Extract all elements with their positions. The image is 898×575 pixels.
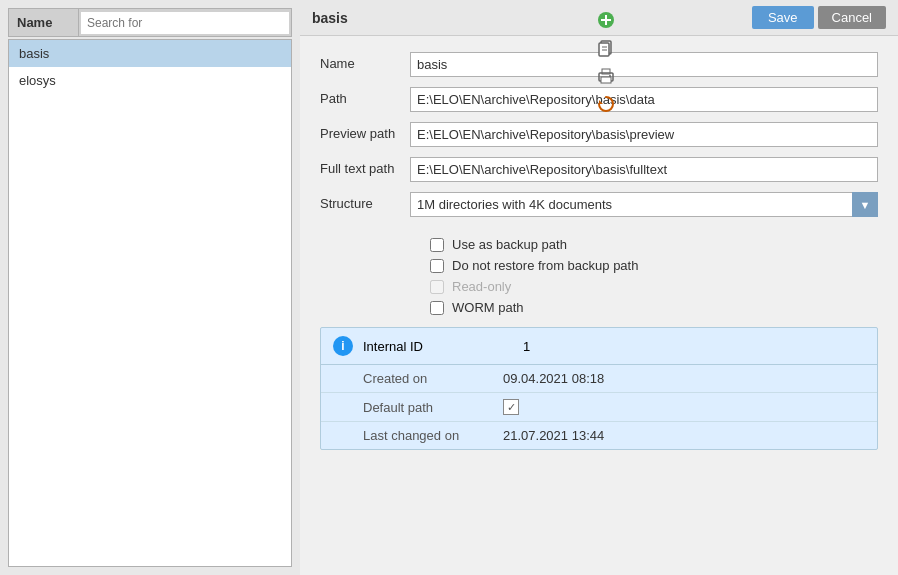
backup-label: Use as backup path — [452, 237, 567, 252]
fulltext-path-row: Full text path — [320, 157, 878, 182]
path-label: Path — [320, 91, 410, 108]
panel-title: basis — [312, 10, 348, 26]
preview-path-row: Preview path — [320, 122, 878, 147]
worm-checkbox[interactable] — [430, 301, 444, 315]
structure-select[interactable]: 1M directories with 4K documents 10K dir… — [410, 192, 878, 217]
created-on-row: Created on 09.04.2021 08:18 — [321, 365, 877, 393]
path-input[interactable] — [410, 87, 878, 112]
no-restore-checkbox[interactable] — [430, 259, 444, 273]
worm-checkbox-row: WORM path — [430, 300, 878, 315]
last-changed-row: Last changed on 21.07.2021 13:44 — [321, 422, 877, 449]
last-changed-label: Last changed on — [363, 428, 503, 443]
info-icon: i — [333, 336, 353, 356]
no-restore-label: Do not restore from backup path — [452, 258, 638, 273]
list-item[interactable]: basis — [9, 40, 291, 67]
read-only-checkbox-row: Read-only — [430, 279, 878, 294]
header-buttons: Save Cancel — [752, 6, 886, 29]
refresh-icon[interactable] — [594, 92, 618, 116]
svg-marker-11 — [599, 100, 603, 104]
default-path-value: ✓ — [503, 399, 519, 415]
save-button[interactable]: Save — [752, 6, 814, 29]
preview-path-input[interactable] — [410, 122, 878, 147]
name-label: Name — [320, 56, 410, 73]
name-input[interactable] — [410, 52, 878, 77]
copy-icon[interactable] — [594, 36, 618, 60]
form-area: Name Path Preview path Full text path St… — [300, 36, 898, 575]
default-path-row: Default path ✓ — [321, 393, 877, 422]
worm-label: WORM path — [452, 300, 524, 315]
add-icon[interactable] — [594, 8, 618, 32]
last-changed-value: 21.07.2021 13:44 — [503, 428, 604, 443]
read-only-checkbox — [430, 280, 444, 294]
default-path-label: Default path — [363, 400, 503, 415]
backup-checkbox[interactable] — [430, 238, 444, 252]
structure-row: Structure 1M directories with 4K documen… — [320, 192, 878, 217]
cancel-button[interactable]: Cancel — [818, 6, 886, 29]
info-box-header: i Internal ID 1 — [321, 328, 877, 365]
info-box: i Internal ID 1 Created on 09.04.2021 08… — [320, 327, 878, 450]
no-restore-checkbox-row: Do not restore from backup path — [430, 258, 878, 273]
read-only-label: Read-only — [452, 279, 511, 294]
created-on-label: Created on — [363, 371, 503, 386]
backup-checkbox-row: Use as backup path — [430, 237, 878, 252]
search-input[interactable] — [81, 12, 289, 34]
internal-id-value: 1 — [523, 339, 530, 354]
default-path-check-icon: ✓ — [503, 399, 519, 415]
svg-point-10 — [609, 75, 611, 77]
preview-path-label: Preview path — [320, 126, 410, 143]
print-icon[interactable] — [594, 64, 618, 88]
archive-list: basis elosys — [8, 39, 292, 567]
checkboxes-section: Use as backup path Do not restore from b… — [320, 237, 878, 315]
name-column-header: Name — [9, 9, 79, 36]
svg-rect-8 — [601, 77, 611, 83]
fulltext-path-label: Full text path — [320, 161, 410, 178]
list-item[interactable]: elosys — [9, 67, 291, 94]
fulltext-path-input[interactable] — [410, 157, 878, 182]
toolbar — [594, 8, 618, 116]
structure-select-wrapper: 1M directories with 4K documents 10K dir… — [410, 192, 878, 217]
structure-label: Structure — [320, 196, 410, 213]
internal-id-label: Internal ID — [363, 339, 423, 354]
list-header: Name — [8, 8, 292, 37]
created-on-value: 09.04.2021 08:18 — [503, 371, 604, 386]
